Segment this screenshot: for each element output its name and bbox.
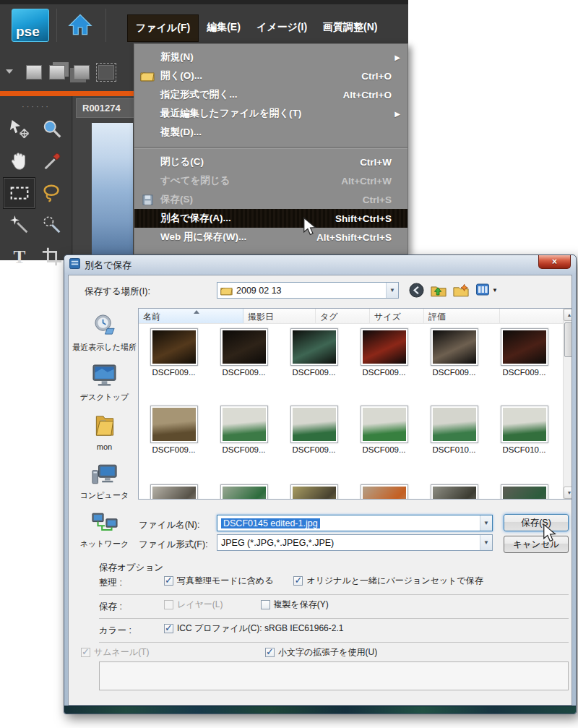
scrollbar-thumb[interactable] xyxy=(564,322,572,357)
menu-item[interactable]: 閉じる(C) Ctrl+W ▶ xyxy=(134,153,407,171)
hand-tool[interactable] xyxy=(3,145,35,177)
combo-arrow-icon[interactable]: ▼ xyxy=(480,535,492,550)
file-thumbnail[interactable] xyxy=(150,406,198,443)
dialog-titlebar[interactable]: 別名で保存 × xyxy=(68,255,572,275)
combo-arrow-icon[interactable]: ▼ xyxy=(480,515,492,531)
menu-item[interactable]: 別名で保存(A)... Shift+Ctrl+S ▶ xyxy=(134,209,407,228)
scroll-up-icon[interactable]: ▲ xyxy=(564,309,572,321)
checkbox-option[interactable]: オリジナルと一緒にバージョンセットで保存 xyxy=(293,575,483,587)
place-computer[interactable]: コンピュータ xyxy=(72,462,137,501)
layout-grid-icon[interactable] xyxy=(98,65,114,80)
place-network[interactable]: ネットワーク xyxy=(72,512,137,549)
file-item[interactable] xyxy=(349,484,419,499)
file-item[interactable] xyxy=(139,484,209,499)
file-thumbnail[interactable] xyxy=(220,484,268,499)
layout-cascade-icon[interactable] xyxy=(49,65,65,80)
column-header[interactable]: 名前 xyxy=(139,309,243,323)
rect-marquee-tool[interactable] xyxy=(3,177,35,209)
checkbox-option[interactable]: ICC プロファイル(C): sRGB IEC61966-2.1 xyxy=(164,622,343,635)
combo-arrow-icon[interactable]: ▼ xyxy=(386,283,398,298)
file-item[interactable]: DSCF010... xyxy=(489,406,559,454)
file-name-value[interactable]: DSCF0145 edited-1.jpg xyxy=(221,518,320,528)
layout-single-icon[interactable] xyxy=(26,65,42,80)
scrollbar-vertical[interactable]: ▲ ▼ xyxy=(563,309,572,499)
checkbox[interactable] xyxy=(164,624,173,633)
lasso-tool[interactable] xyxy=(35,177,68,209)
file-item[interactable]: DSCF009... xyxy=(419,328,489,377)
file-item[interactable]: DSCF009... xyxy=(489,328,559,377)
menu-item[interactable]: すべてを閉じる Alt+Ctrl+W ▶ xyxy=(134,171,407,190)
file-thumbnail[interactable] xyxy=(501,406,548,443)
dropdown-caret-icon[interactable] xyxy=(6,69,13,74)
file-thumbnail[interactable] xyxy=(150,484,198,499)
menu-item[interactable]: 開く(O)... Ctrl+O ▶ xyxy=(134,67,407,85)
file-item[interactable]: DSCF009... xyxy=(139,406,209,454)
file-item[interactable] xyxy=(419,484,489,499)
type-tool[interactable]: T xyxy=(3,241,35,273)
place-desktop[interactable]: デスクトップ xyxy=(72,364,137,403)
file-item[interactable]: DSCF009... xyxy=(209,328,279,377)
file-item[interactable]: DSCF009... xyxy=(139,328,209,377)
home-button[interactable] xyxy=(64,12,97,40)
file-thumbnail[interactable] xyxy=(361,328,408,366)
file-thumbnail[interactable] xyxy=(501,328,548,366)
menu-item[interactable]: 保存(S) Ctrl+S ▶ xyxy=(134,190,407,209)
save-in-combobox[interactable]: 2009 02 13 ▼ xyxy=(217,282,399,299)
place-recent[interactable]: 最近表示した場所 xyxy=(72,312,137,353)
file-thumbnail[interactable] xyxy=(290,484,338,499)
file-item[interactable] xyxy=(279,484,349,499)
up-one-level-button[interactable] xyxy=(431,282,447,298)
panel-grip[interactable]: ······ xyxy=(0,102,72,111)
checkbox[interactable] xyxy=(293,576,303,586)
move-tool[interactable] xyxy=(3,114,35,145)
checkbox[interactable] xyxy=(164,576,173,586)
scroll-down-icon[interactable]: ▼ xyxy=(564,487,572,499)
checkbox-option[interactable]: 複製を保存(Y) xyxy=(261,599,329,611)
quick-selection-tool[interactable] xyxy=(35,209,68,241)
new-folder-button[interactable] xyxy=(453,282,469,298)
column-header[interactable]: サイズ xyxy=(370,309,424,323)
file-thumbnail[interactable] xyxy=(361,484,408,499)
file-thumbnail[interactable] xyxy=(431,328,478,366)
menu-enhance[interactable]: 画質調整(N) xyxy=(315,14,385,42)
column-header[interactable]: 評価 xyxy=(424,309,500,323)
menu-image[interactable]: イメージ(I) xyxy=(249,14,315,42)
column-header[interactable] xyxy=(500,309,572,323)
checkbox[interactable] xyxy=(265,648,275,657)
layout-tile-icon[interactable] xyxy=(74,65,90,80)
file-item[interactable]: DSCF009... xyxy=(349,328,419,377)
file-thumbnail[interactable] xyxy=(361,406,408,443)
magic-wand-tool[interactable] xyxy=(3,209,35,241)
file-item[interactable] xyxy=(489,484,559,499)
column-header[interactable]: 撮影日 xyxy=(243,309,316,323)
column-header[interactable]: タグ xyxy=(316,309,370,323)
menu-item[interactable]: 指定形式で開く... Alt+Ctrl+O ▶ xyxy=(134,85,407,104)
menu-item[interactable]: 最近編集したファイルを開く(T) ▶ xyxy=(134,104,407,123)
zoom-tool[interactable] xyxy=(35,114,68,145)
checkbox[interactable] xyxy=(261,600,270,609)
file-thumbnail[interactable] xyxy=(290,406,338,443)
cancel-button[interactable]: キャンセル xyxy=(504,536,569,553)
file-thumbnail[interactable] xyxy=(501,484,548,499)
views-menu-button[interactable]: ▼ xyxy=(475,282,499,298)
menu-item[interactable]: Web 用に保存(W)... Alt+Shift+Ctrl+S ▶ xyxy=(134,228,407,247)
menu-item[interactable]: ▶ xyxy=(134,142,407,153)
eyedropper-tool[interactable] xyxy=(35,145,68,177)
file-item[interactable]: DSCF009... xyxy=(279,406,349,454)
file-item[interactable] xyxy=(209,484,279,499)
file-item[interactable]: DSCF009... xyxy=(279,328,349,377)
place-user-folder[interactable]: mon xyxy=(72,414,137,451)
menu-edit[interactable]: 編集(E) xyxy=(199,14,249,42)
file-item[interactable]: DSCF010... xyxy=(419,406,489,454)
file-item[interactable]: DSCF009... xyxy=(349,406,419,454)
file-thumbnail[interactable] xyxy=(220,406,268,443)
menu-item[interactable]: 複製(D)... ▶ xyxy=(134,123,407,142)
file-thumbnail[interactable] xyxy=(220,328,268,366)
file-thumbnail[interactable] xyxy=(150,328,198,366)
menu-item[interactable]: 新規(N) ▶ xyxy=(134,48,407,67)
checkbox-option[interactable]: レイヤー(L) xyxy=(164,599,223,611)
file-thumbnail[interactable] xyxy=(290,328,338,366)
back-button[interactable] xyxy=(408,282,424,298)
file-thumbnail[interactable] xyxy=(431,406,478,443)
checkbox-option[interactable]: 小文字の拡張子を使用(U) xyxy=(265,646,377,659)
